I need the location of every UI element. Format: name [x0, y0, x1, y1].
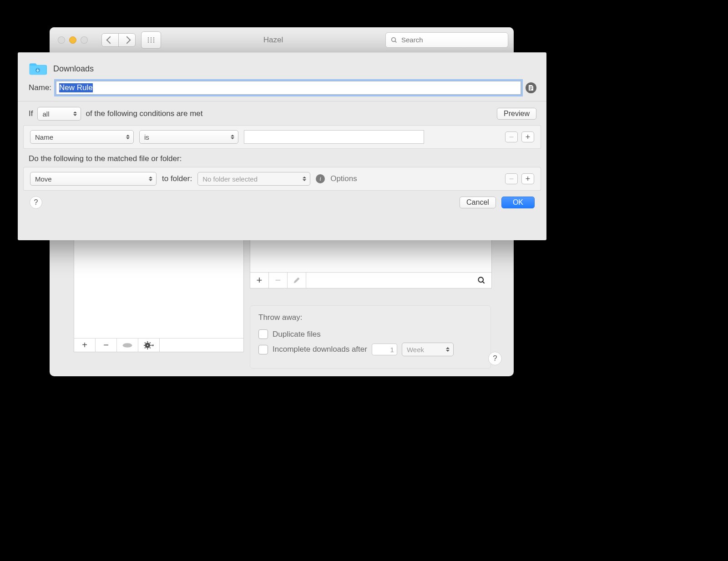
chevron-right-icon [123, 36, 131, 44]
search-field[interactable] [385, 32, 508, 48]
conditions-well: Name is − + [23, 125, 541, 149]
window-help-button[interactable]: ? [488, 352, 502, 365]
svg-line-14 [483, 282, 485, 283]
search-icon [477, 276, 486, 285]
svg-point-2 [126, 344, 129, 347]
sheet-help-button[interactable]: ? [30, 196, 42, 209]
chevron-left-icon [106, 36, 114, 44]
duplicate-files-checkbox[interactable]: Duplicate files [258, 329, 482, 339]
nav-back-forward[interactable] [101, 33, 136, 47]
chevron-updown-icon [445, 345, 450, 354]
if-suffix: of the following conditions are met [86, 109, 202, 118]
action-row: Move to folder: No folder selected i Opt… [24, 167, 541, 190]
if-scope-value: all [42, 110, 49, 118]
eye-icon [122, 342, 132, 349]
incomplete-unit-popup[interactable]: Week [402, 343, 454, 356]
nav-forward-button[interactable] [118, 34, 135, 46]
chevron-updown-icon [125, 133, 131, 141]
folder-options-button[interactable] [138, 339, 160, 352]
svg-point-4 [147, 344, 149, 346]
throw-away-panel: Throw away: Duplicate files Incomplete d… [250, 305, 491, 369]
search-input[interactable] [401, 34, 503, 46]
rules-search-button[interactable] [306, 273, 491, 288]
incomplete-unit-value: Week [407, 346, 424, 354]
close-window-icon[interactable] [58, 36, 65, 44]
window-title: Hazel [263, 35, 283, 45]
if-scope-popup[interactable]: all [37, 107, 81, 121]
svg-line-12 [150, 342, 151, 343]
edit-rule-button[interactable] [288, 273, 306, 288]
rule-folder-name: Downloads [53, 64, 94, 74]
condition-attribute-value: Name [35, 133, 53, 141]
rule-notes-button[interactable] [526, 82, 536, 93]
rule-name-input[interactable] [56, 81, 521, 95]
duplicate-files-label: Duplicate files [273, 330, 321, 339]
cancel-button[interactable]: Cancel [460, 197, 496, 208]
svg-point-13 [478, 277, 483, 282]
svg-line-10 [150, 347, 151, 348]
condition-operator-value: is [144, 133, 149, 141]
add-folder-button[interactable]: + [74, 339, 96, 352]
incomplete-downloads-checkbox[interactable]: Incomplete downloads after Week [258, 343, 482, 356]
preview-folder-button[interactable] [117, 339, 138, 352]
incomplete-downloads-label: Incomplete downloads after [273, 345, 367, 354]
rule-name-label: Name: [29, 83, 51, 92]
remove-folder-button[interactable]: − [96, 339, 117, 352]
grid-icon [147, 37, 155, 43]
rules-footer: + − [250, 272, 491, 288]
chevron-down-icon [152, 345, 154, 346]
search-icon [390, 36, 398, 44]
preview-button[interactable]: Preview [497, 108, 536, 120]
actions-label: Do the following to the matched file or … [18, 149, 546, 167]
action-to-label: to folder: [162, 174, 192, 183]
throw-away-heading: Throw away: [258, 313, 482, 322]
add-rule-button[interactable]: + [250, 273, 269, 288]
remove-rule-button[interactable]: − [269, 273, 288, 288]
gear-icon [144, 341, 154, 349]
add-action-button[interactable]: + [521, 173, 534, 184]
titlebar: Hazel [50, 27, 514, 53]
remove-condition-button[interactable]: − [505, 131, 518, 142]
action-verb-popup[interactable]: Move [30, 172, 157, 186]
remove-action-button[interactable]: − [505, 173, 518, 184]
condition-row: Name is − + [24, 126, 541, 148]
chevron-updown-icon [148, 175, 153, 183]
toolbar-grid-button[interactable] [141, 31, 161, 49]
add-condition-button[interactable]: + [521, 131, 534, 142]
svg-line-11 [145, 347, 146, 348]
traffic-lights [55, 36, 88, 44]
action-verb-value: Move [35, 175, 52, 183]
chevron-updown-icon [230, 133, 235, 141]
nav-back-button[interactable] [102, 34, 118, 46]
chevron-updown-icon [72, 110, 78, 118]
folders-list[interactable]: + − [74, 240, 244, 352]
actions-well: Move to folder: No folder selected i Opt… [23, 167, 541, 191]
condition-attribute-popup[interactable]: Name [30, 130, 134, 144]
svg-point-0 [392, 37, 396, 41]
minimize-window-icon[interactable] [69, 36, 76, 44]
zoom-window-icon[interactable] [81, 36, 88, 44]
if-prefix: If [29, 109, 33, 118]
checkbox-icon [258, 329, 268, 339]
action-folder-popup[interactable]: No folder selected [197, 172, 310, 186]
info-icon[interactable]: i [316, 174, 325, 183]
incomplete-duration-input[interactable] [372, 344, 397, 355]
svg-line-1 [395, 41, 396, 42]
action-folder-value: No folder selected [202, 175, 258, 183]
folders-footer: + − [74, 338, 243, 352]
checkbox-icon [258, 345, 268, 354]
condition-operator-popup[interactable]: is [139, 130, 238, 144]
chevron-updown-icon [302, 175, 307, 183]
rule-editor-sheet: Downloads Name: If all of the following … [18, 52, 546, 240]
action-options-label[interactable]: Options [330, 174, 357, 183]
pencil-icon [293, 277, 300, 284]
svg-line-9 [145, 342, 146, 343]
note-icon [528, 85, 534, 91]
downloads-folder-icon [29, 62, 47, 76]
condition-value-input[interactable] [244, 130, 424, 144]
ok-button[interactable]: OK [501, 197, 535, 208]
